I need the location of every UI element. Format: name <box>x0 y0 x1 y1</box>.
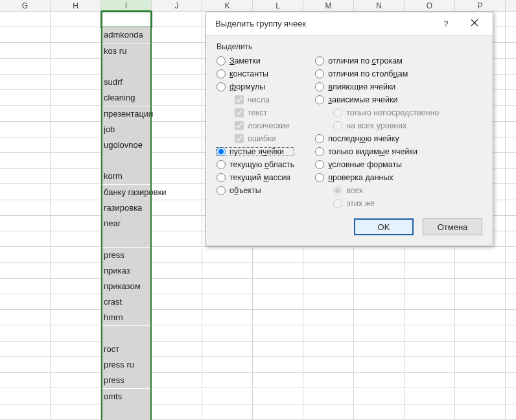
cell[interactable]: приказ <box>101 263 152 279</box>
cell[interactable] <box>303 326 354 342</box>
cell[interactable] <box>303 248 354 263</box>
cell[interactable] <box>303 263 354 279</box>
cell[interactable] <box>506 248 516 263</box>
radio-пустые-ячейки[interactable] <box>217 147 226 156</box>
cell[interactable] <box>0 90 51 106</box>
cell[interactable] <box>354 373 405 388</box>
cell[interactable] <box>0 27 51 43</box>
cell[interactable] <box>506 200 516 216</box>
cell[interactable]: omts <box>101 389 152 404</box>
cell[interactable] <box>101 404 152 420</box>
cell[interactable]: job <box>101 122 152 137</box>
cell[interactable] <box>202 310 253 325</box>
cell[interactable] <box>0 59 51 75</box>
cell[interactable] <box>152 279 202 294</box>
radio-текущую-область[interactable] <box>217 160 226 169</box>
cell[interactable] <box>0 357 51 373</box>
option-влияющие-ячейки[interactable]: влияющие ячейки <box>315 82 439 91</box>
cell[interactable] <box>51 106 101 122</box>
cell[interactable] <box>51 263 101 279</box>
cell[interactable] <box>253 326 303 342</box>
cell[interactable] <box>152 342 202 357</box>
cell[interactable]: презентация <box>101 106 152 122</box>
cell[interactable] <box>51 122 101 137</box>
cell[interactable] <box>506 216 516 231</box>
option-последнюю-ячейку[interactable]: последнюю ячейку <box>315 134 439 143</box>
cell[interactable] <box>202 357 253 373</box>
cell[interactable] <box>405 279 455 294</box>
cell[interactable]: hmrn <box>101 310 152 325</box>
cell[interactable] <box>51 185 101 200</box>
cell[interactable] <box>152 169 202 184</box>
column-header[interactable]: L <box>253 0 303 12</box>
cell[interactable] <box>152 75 202 90</box>
cell[interactable] <box>455 373 506 388</box>
cell[interactable] <box>253 389 303 404</box>
cell[interactable] <box>51 294 101 310</box>
radio-текущий-массив[interactable] <box>217 173 226 182</box>
cell[interactable] <box>0 122 51 137</box>
cell[interactable] <box>0 216 51 231</box>
cell[interactable] <box>303 357 354 373</box>
cell[interactable] <box>506 310 516 325</box>
cell[interactable] <box>51 12 101 27</box>
cell[interactable] <box>506 169 516 184</box>
column-header[interactable]: J <box>152 0 202 12</box>
cell[interactable] <box>152 216 202 231</box>
cell[interactable] <box>506 75 516 90</box>
cell[interactable] <box>354 404 405 420</box>
cell[interactable] <box>506 122 516 137</box>
cell[interactable] <box>303 373 354 388</box>
cell[interactable] <box>152 122 202 137</box>
ok-button[interactable]: OK <box>354 218 414 235</box>
cell[interactable] <box>51 342 101 357</box>
cell[interactable] <box>354 310 405 325</box>
cell[interactable] <box>506 373 516 388</box>
cell[interactable] <box>152 373 202 388</box>
cell[interactable] <box>506 389 516 404</box>
cell[interactable] <box>152 231 202 247</box>
cell[interactable] <box>101 326 152 342</box>
cell[interactable] <box>354 294 405 310</box>
cell[interactable] <box>0 248 51 263</box>
option-проверка-данных[interactable]: проверка данных <box>315 173 439 182</box>
option-пустые-ячейки[interactable]: пустые ячейки <box>217 147 294 156</box>
cell[interactable] <box>0 43 51 59</box>
cell[interactable] <box>303 310 354 325</box>
cell[interactable] <box>354 279 405 294</box>
cell[interactable] <box>455 389 506 404</box>
cell[interactable] <box>0 185 51 200</box>
cell[interactable] <box>101 12 152 27</box>
cell[interactable] <box>455 342 506 357</box>
cell[interactable] <box>253 310 303 325</box>
cell[interactable] <box>51 231 101 247</box>
cell[interactable] <box>506 231 516 247</box>
column-header[interactable] <box>506 0 516 12</box>
cell[interactable] <box>51 200 101 216</box>
option-формулы[interactable]: формулы <box>217 82 294 91</box>
cell[interactable] <box>0 404 51 420</box>
cell[interactable]: crast <box>101 294 152 310</box>
radio-условные-форматы[interactable] <box>315 160 324 169</box>
cell[interactable] <box>51 216 101 231</box>
column-header[interactable]: K <box>202 0 253 12</box>
cell[interactable] <box>152 404 202 420</box>
cell[interactable] <box>0 169 51 184</box>
cell[interactable] <box>506 342 516 357</box>
cell[interactable]: sudrf <box>101 75 152 90</box>
radio-заметки[interactable] <box>217 56 226 65</box>
cell[interactable] <box>0 200 51 216</box>
cell[interactable] <box>405 389 455 404</box>
cell[interactable] <box>0 326 51 342</box>
cell[interactable] <box>0 106 51 122</box>
cell[interactable] <box>101 59 152 75</box>
cell[interactable] <box>152 43 202 59</box>
column-header[interactable]: I <box>101 0 152 12</box>
cell[interactable] <box>51 279 101 294</box>
cell[interactable] <box>253 373 303 388</box>
column-header[interactable]: P <box>455 0 506 12</box>
cell[interactable] <box>506 357 516 373</box>
cell[interactable] <box>506 27 516 43</box>
option-отличия-по-столбцам[interactable]: отличия по столбцам <box>315 69 439 78</box>
cell[interactable] <box>506 326 516 342</box>
